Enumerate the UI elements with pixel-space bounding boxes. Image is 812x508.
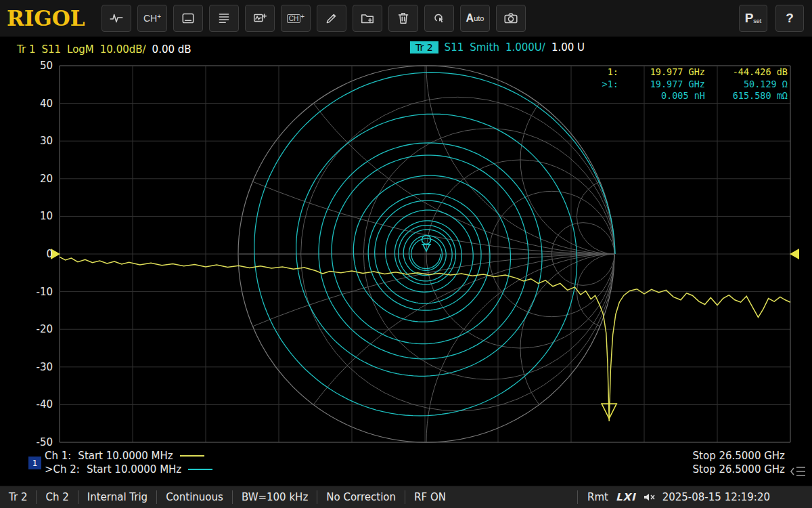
y-axis-label: 20 <box>0 173 53 185</box>
auto-label-rest: uto <box>474 14 484 22</box>
mute-speaker-icon[interactable] <box>644 492 655 502</box>
status-rf-power[interactable]: RF ON <box>405 490 455 504</box>
window-layout-button[interactable] <box>173 5 203 32</box>
rigol-logo: RIGOL <box>0 6 102 30</box>
channel1-row: Ch 1: Start 10.0000 MHz Stop 26.5000 GHz <box>45 449 785 463</box>
status-active-channel[interactable]: Ch 2 <box>36 490 77 504</box>
touch-button[interactable] <box>424 5 454 32</box>
lxi-indicator: LXI <box>616 491 636 503</box>
trace2-smith-trace <box>254 72 615 416</box>
channel2-row: >Ch 2: Start 10.0000 MHz Stop 26.5000 GH… <box>45 463 785 476</box>
channel-copy-button[interactable]: CH+ <box>281 5 311 32</box>
trace2-info[interactable]: Tr 2 S11 Smith 1.000U/ 1.00 U <box>410 41 585 54</box>
preset-label-main: P <box>745 11 754 26</box>
trace2-parameter: S11 <box>445 41 464 54</box>
channel-indicator[interactable]: 1 <box>28 457 41 469</box>
top-toolbar: RIGOL CH+ CH+ Auto <box>0 0 812 37</box>
plus-superscript: + <box>157 13 161 20</box>
remote-indicator: Rmt <box>587 491 608 503</box>
y-axis-label: -40 <box>0 398 53 410</box>
channel2-start: Start 10.0000 MHz <box>87 463 181 475</box>
folder-plus-icon <box>360 11 375 26</box>
trace2-scale: 1.000U/ <box>505 41 545 54</box>
channel-info-area: 1 Ch 1: Start 10.0000 MHz Stop 26.5000 G… <box>0 448 812 484</box>
y-axis-label: -50 <box>0 436 53 448</box>
status-trigger-source[interactable]: Internal Trig <box>78 490 156 504</box>
pulse-icon <box>109 11 124 26</box>
trace2-format: Smith <box>470 41 499 54</box>
trace2-ref-level: 1.00 U <box>551 41 585 54</box>
toolbar-right: Pset ? <box>739 5 812 32</box>
channel-add-button[interactable]: CH+ <box>137 5 167 32</box>
y-axis-label: 50 <box>0 60 53 72</box>
auto-scale-button[interactable]: Auto <box>460 5 490 32</box>
trace1-format: LogM <box>67 43 94 56</box>
preset-button[interactable]: Pset <box>739 5 767 32</box>
y-axis-label: 30 <box>0 135 53 147</box>
status-active-trace[interactable]: Tr 2 <box>0 490 36 504</box>
status-right-group: Rmt LXI 2025-08-15 12:19:20 <box>577 490 812 504</box>
y-axis-label: 0 <box>0 248 53 260</box>
trace-add-button[interactable] <box>245 5 275 32</box>
trace-button[interactable] <box>102 5 131 32</box>
clock: 2025-08-15 12:19:20 <box>662 491 770 503</box>
scale-edit-button[interactable] <box>317 5 346 32</box>
delete-button[interactable] <box>388 5 418 32</box>
marker-readout-row: >1: 19.977 GHz 50.129 Ω <box>590 79 788 91</box>
toolbar-buttons: CH+ CH+ Auto <box>102 5 526 32</box>
status-if-bandwidth[interactable]: BW=100 kHz <box>232 490 317 504</box>
channel1-start: Start 10.0000 MHz <box>78 450 173 462</box>
y-axis-label: 10 <box>0 210 53 222</box>
trace2-active-badge: Tr 2 <box>410 41 438 54</box>
trace1-legend-line <box>180 455 204 457</box>
trace1-info[interactable]: Tr 1 S11 LogM 10.00dB/ 0.00 dB <box>17 43 191 56</box>
menu-expand-button[interactable] <box>788 465 809 478</box>
window-icon <box>181 11 196 26</box>
y-axis-label: -30 <box>0 361 53 373</box>
auto-label-a: A <box>466 12 474 24</box>
pencil-icon <box>324 11 339 26</box>
camera-icon <box>503 11 518 26</box>
y-axis-label: -20 <box>0 323 53 335</box>
trace-info-bar: Tr 1 S11 LogM 10.00dB/ 0.00 dB Tr 2 S11 … <box>0 37 812 61</box>
chart-plus-icon <box>252 11 267 26</box>
marker-readout-row: 0.005 nH 615.580 mΩ <box>590 90 788 102</box>
trace1-parameter: S11 <box>41 43 61 56</box>
status-bar: Tr 2 Ch 2 Internal Trig Continuous BW=10… <box>0 486 812 508</box>
trace2-legend-line <box>188 469 212 470</box>
marker-readout: 1: 19.977 GHz -44.426 dB >1: 19.977 GHz … <box>590 66 788 102</box>
channel-add-label: CH <box>143 13 157 24</box>
list-icon <box>217 11 231 26</box>
trace1-ref-level: 0.00 dB <box>152 43 191 56</box>
trace1-scale: 10.00dB/ <box>100 43 146 56</box>
screenshot-button[interactable] <box>496 5 526 32</box>
marker-readout-row: 1: 19.977 GHz -44.426 dB <box>590 66 788 79</box>
status-sweep-mode[interactable]: Continuous <box>156 490 232 504</box>
trash-icon <box>396 11 411 26</box>
menu-expand-icon <box>790 466 807 477</box>
save-channel-button[interactable] <box>353 5 382 32</box>
channel2-label: >Ch 2: <box>45 463 80 475</box>
trace1-label: Tr 1 <box>17 43 35 56</box>
channel-copy-label: CH <box>287 14 300 23</box>
status-correction[interactable]: No Correction <box>317 490 405 504</box>
channel2-stop: Stop 26.5000 GHz <box>693 463 785 475</box>
y-axis-label: 40 <box>0 98 53 110</box>
channel1-label: Ch 1: <box>45 450 71 462</box>
plus-superscript: + <box>300 13 304 20</box>
ref-level-marker-right[interactable] <box>790 249 799 259</box>
help-button[interactable]: ? <box>775 5 804 32</box>
touch-gesture-icon <box>432 11 447 26</box>
channel1-stop: Stop 26.5000 GHz <box>693 450 785 462</box>
meas-list-button[interactable] <box>209 5 239 32</box>
preset-label-sub: set <box>753 18 761 24</box>
y-axis-label: -10 <box>0 286 53 298</box>
